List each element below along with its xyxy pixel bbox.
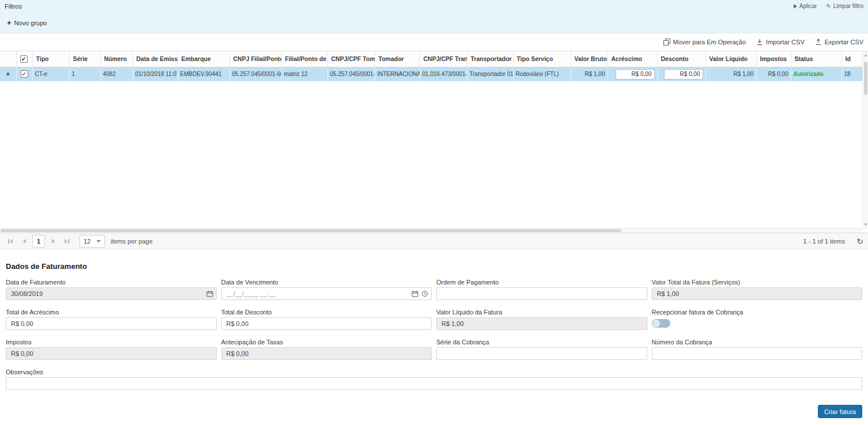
pagination-bar: 1 12 items per page 1 - 1 of 1 items ↻ <box>0 233 868 249</box>
page-range-info: 1 - 1 of 1 items <box>803 238 846 245</box>
first-page-button[interactable] <box>5 236 16 247</box>
total-desconto-label: Total de Desconto <box>221 309 432 316</box>
field-total-desconto: Total de Desconto <box>221 309 432 330</box>
numero-cobranca-input[interactable] <box>652 347 863 360</box>
next-triangle-icon <box>65 239 67 244</box>
horizontal-scroll-thumb[interactable] <box>1 229 621 232</box>
data-grid: ✓ Tipo Série Número Data de Emiss... Emb… <box>0 51 868 233</box>
impostos-input <box>6 347 217 360</box>
antecipacao-taxas-label: Antecipação de Taxas <box>221 339 432 346</box>
page-size-select[interactable]: 12 <box>80 235 105 248</box>
current-page[interactable]: 1 <box>32 235 45 248</box>
column-header-filial[interactable]: Filial/Ponto de O... <box>281 51 327 67</box>
column-header-valor-bruto[interactable]: Valor Bruto <box>571 51 607 67</box>
ordem-pagamento-input[interactable] <box>436 287 647 300</box>
serie-cobranca-label: Série da Cobrança <box>436 339 647 346</box>
calendar-icon[interactable] <box>412 290 418 297</box>
apply-play-icon <box>794 4 797 9</box>
field-observacoes: Observações <box>6 369 862 390</box>
import-csv-button[interactable]: Importar CSV <box>756 39 805 45</box>
antecipacao-taxas-input <box>221 347 432 360</box>
cell-tomador: INTERNACIONAL E... <box>375 67 420 81</box>
grid-table: ✓ Tipo Série Número Data de Emiss... Emb… <box>0 51 862 81</box>
column-header-impostos[interactable]: Impostos <box>756 51 791 67</box>
column-header-tipo[interactable]: Tipo <box>32 51 69 67</box>
acrescimo-input[interactable] <box>616 69 655 79</box>
valor-liquido-input <box>436 317 647 330</box>
column-header-data-emissao[interactable]: Data de Emiss... <box>133 51 178 67</box>
import-icon <box>756 39 763 45</box>
field-impostos: Impostos <box>6 339 217 360</box>
data-faturamento-label: Data de Faturamento <box>6 279 217 286</box>
total-acrescimo-input[interactable] <box>6 317 217 330</box>
select-all-checkbox[interactable]: ✓ <box>20 55 28 63</box>
chevron-down-icon <box>96 240 101 242</box>
cell-embarque: EMBDEV.90441 <box>178 67 229 81</box>
cell-filial: matriz 12 <box>281 67 327 81</box>
column-header-numero[interactable]: Número <box>100 51 133 67</box>
desconto-input[interactable] <box>664 69 703 79</box>
cell-cnpj-transportador: 01.016.473/0001-40 <box>420 67 467 81</box>
scroll-down-arrow-icon[interactable] <box>864 223 867 226</box>
calendar-icon[interactable] <box>206 290 213 297</box>
cell-tipo: CT-e <box>32 67 69 81</box>
data-faturamento-input <box>6 287 217 300</box>
serie-cobranca-input[interactable] <box>436 347 647 360</box>
scroll-up-arrow-icon[interactable] <box>864 54 867 56</box>
table-row[interactable]: + ✓ CT-e 1 4082 01/10/2018 11:07 EMBDEV.… <box>0 67 862 81</box>
apply-filter-button[interactable]: Aplicar <box>794 3 817 9</box>
column-header-desconto[interactable]: Desconto <box>657 51 705 67</box>
export-csv-button[interactable]: Exportar CSV <box>815 39 863 45</box>
items-per-page-label: items per page <box>111 238 153 245</box>
horizontal-scrollbar[interactable] <box>0 228 862 233</box>
refresh-button[interactable]: ↻ <box>856 237 863 245</box>
column-header-cnpj-transportador[interactable]: CNPJ/CPF Transp... <box>420 51 467 67</box>
column-header-tipo-servico[interactable]: Tipo Serviço <box>513 51 571 67</box>
data-vencimento-input[interactable] <box>221 287 432 300</box>
move-to-operation-button[interactable]: Mover para Em Operação <box>663 39 746 45</box>
create-invoice-button[interactable]: Criar fatura <box>818 405 862 418</box>
prev-page-button[interactable] <box>18 236 30 247</box>
import-csv-label: Importar CSV <box>766 39 805 45</box>
valor-total-label: Valor Total da Fatura (Serviços) <box>652 279 863 286</box>
column-header-status[interactable]: Status <box>791 51 841 67</box>
recepcionar-cobranca-label: Recepcionar fatura de Cobrança <box>652 309 863 316</box>
column-header-transportador[interactable]: Transportador <box>467 51 513 67</box>
column-header-tomador[interactable]: Tomador <box>375 51 420 67</box>
column-header-id[interactable]: Id <box>841 51 862 67</box>
column-header-embarque[interactable]: Embarque <box>178 51 229 67</box>
filter-actions: Aplicar ✎ Limpar filtro <box>794 3 863 9</box>
recepcionar-cobranca-toggle[interactable] <box>652 319 670 328</box>
last-page-button[interactable] <box>61 236 73 247</box>
column-header-expand <box>0 51 16 67</box>
column-header-select: ✓ <box>16 51 32 67</box>
column-header-valor-liquido[interactable]: Valor Líquido <box>705 51 756 67</box>
cell-transportador: Transportador 01 <box>467 67 513 81</box>
cell-impostos: R$ 0,00 <box>756 67 791 81</box>
next-page-button[interactable] <box>47 236 59 247</box>
vertical-scroll-thumb[interactable] <box>864 62 867 95</box>
vertical-scrollbar[interactable] <box>862 51 868 229</box>
row-checkbox[interactable]: ✓ <box>21 70 28 78</box>
observacoes-input[interactable] <box>6 377 862 390</box>
numero-cobranca-label: Número da Cobrança <box>652 339 863 346</box>
column-header-cnpj-filial[interactable]: CNPJ Filial/Ponto de ... <box>229 51 281 67</box>
clock-icon[interactable] <box>421 290 428 297</box>
column-header-cnpj-tomador[interactable]: CNPJ/CPF Tomador <box>327 51 375 67</box>
export-csv-label: Exportar CSV <box>825 39 863 45</box>
column-header-acrescimo[interactable]: Acréscimo <box>607 51 657 67</box>
valor-liquido-label: Valor Líquido da Fatura <box>436 309 647 316</box>
ordem-pagamento-label: Ordem de Pagamento <box>436 279 647 286</box>
cell-data-emissao: 01/10/2018 11:07 <box>133 67 178 81</box>
column-header-serie[interactable]: Série <box>69 51 100 67</box>
prev-triangle-icon <box>23 239 26 244</box>
clear-filter-button[interactable]: ✎ Limpar filtro <box>826 3 863 9</box>
total-desconto-input[interactable] <box>221 317 432 330</box>
expand-row-button[interactable]: + <box>6 70 10 78</box>
cell-valor-bruto: R$ 1,00 <box>571 67 607 81</box>
seek-last-icon <box>68 239 69 244</box>
total-acrescimo-label: Total de Acréscimo <box>6 309 217 316</box>
filters-title: Filtros <box>5 3 22 10</box>
billing-section: Dados de Faturamento Data de Faturamento… <box>0 262 868 390</box>
new-group-button[interactable]: + Novo grupo <box>7 19 47 26</box>
